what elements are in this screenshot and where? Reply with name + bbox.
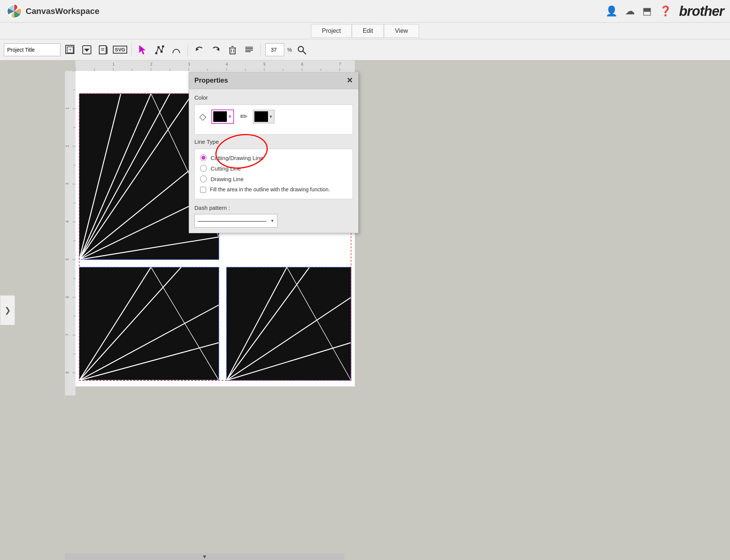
svg-rect-53 xyxy=(65,71,75,395)
fill-color-swatch-button[interactable]: ▼ xyxy=(211,109,234,124)
fill-color-icon[interactable]: ◇ xyxy=(199,111,206,122)
node-edit-icon xyxy=(155,45,165,55)
svg-point-16 xyxy=(162,45,164,48)
fill-area-checkbox[interactable] xyxy=(200,187,206,193)
text-button[interactable] xyxy=(242,43,256,57)
cutting-line-option[interactable]: Cutting Line xyxy=(200,165,347,172)
select-tool-button[interactable] xyxy=(136,43,150,57)
menu-project[interactable]: Project xyxy=(311,24,352,38)
svg-text:5: 5 xyxy=(65,258,69,260)
user-icon[interactable]: 👤 xyxy=(605,5,618,17)
drawing-line-option[interactable]: Drawing Line xyxy=(200,175,347,182)
fill-area-checkbox-row[interactable]: Fill the area in the outline with the dr… xyxy=(200,186,347,194)
toolbar-separator-2 xyxy=(188,44,188,56)
zoom-input[interactable] xyxy=(265,43,284,56)
svg-text:4: 4 xyxy=(65,220,69,223)
svg-rect-90 xyxy=(79,267,219,380)
cutting-line-radio[interactable] xyxy=(200,165,207,172)
zoom-percent-label: % xyxy=(287,47,292,53)
save-button[interactable] xyxy=(80,43,94,57)
svg-marker-12 xyxy=(139,45,145,54)
svg-text:3: 3 xyxy=(188,62,190,66)
import-button[interactable] xyxy=(97,43,110,57)
app-name-label: CanvasWorkspace xyxy=(26,6,99,16)
cutting-drawing-line-option[interactable]: Cutting/Drawing Line xyxy=(200,154,347,161)
save-icon xyxy=(82,45,92,55)
color-row: ◇ ▼ ✏ ▼ xyxy=(199,109,348,124)
zoom-icon xyxy=(297,45,306,55)
svg-text:7: 7 xyxy=(65,334,69,336)
dash-pattern-select[interactable]: ————————————— - - - - - - - · · · · · · … xyxy=(194,214,277,228)
undo-icon xyxy=(194,45,204,55)
arrow-select-icon xyxy=(138,45,148,55)
add-canvas-button[interactable]: + xyxy=(63,43,77,57)
color-section-label: Color xyxy=(194,94,353,101)
scroll-down-arrow-icon[interactable]: ▼ xyxy=(202,554,207,560)
stroke-color-swatch-button[interactable]: ▼ xyxy=(253,110,274,123)
brother-brand-logo: brother xyxy=(679,3,724,19)
cutting-line-label: Cutting Line xyxy=(211,165,241,172)
cloud-icon[interactable]: ☁ xyxy=(625,5,635,17)
fill-color-dropdown-arrow: ▼ xyxy=(228,114,232,119)
undo-button[interactable] xyxy=(193,43,206,57)
svg-rect-8 xyxy=(99,46,106,54)
add-canvas-icon: + xyxy=(65,45,75,55)
svg-text:7: 7 xyxy=(339,62,341,66)
cutting-drawing-line-radio[interactable] xyxy=(200,154,207,161)
sidebar-toggle-button[interactable]: ❯ xyxy=(0,295,15,325)
properties-panel-body: Color ◇ ▼ ✏ ▼ xyxy=(189,89,358,233)
svg-point-28 xyxy=(298,46,303,52)
top-right-icons: 👤 ☁ ⬒ ❓ brother xyxy=(605,3,724,19)
cutting-drawing-line-label: Cutting/Drawing Line xyxy=(211,155,263,161)
drawing-line-radio[interactable] xyxy=(200,175,207,182)
properties-panel: Properties ✕ Color ◇ ▼ ✏ xyxy=(189,72,359,233)
svg-text:6: 6 xyxy=(65,296,69,298)
text-icon xyxy=(244,45,254,55)
stroke-color-dropdown-arrow: ▼ xyxy=(269,114,273,119)
help-icon[interactable]: ❓ xyxy=(659,5,671,17)
menu-view[interactable]: View xyxy=(384,24,419,38)
stroke-color-swatch xyxy=(254,111,268,122)
toolbar: + SVG xyxy=(0,39,730,60)
svg-text:+: + xyxy=(69,47,71,52)
svg-text:1: 1 xyxy=(65,107,69,109)
delete-button[interactable] xyxy=(226,43,239,57)
delete-icon xyxy=(228,45,237,55)
svg-marker-7 xyxy=(84,49,89,52)
dash-pattern-label: Dash pattern : xyxy=(194,205,353,211)
artboard-scrollbar[interactable]: ▼ xyxy=(65,553,344,560)
fill-color-swatch xyxy=(213,111,227,122)
bezier-icon xyxy=(171,45,181,55)
canvas-workspace-logo-icon xyxy=(6,3,23,20)
svg-point-14 xyxy=(157,46,160,48)
stroke-color-icon[interactable]: ✏ xyxy=(240,111,248,122)
svg-text:4: 4 xyxy=(226,62,228,66)
svg-export-button[interactable]: SVG xyxy=(113,43,127,57)
svg-line-29 xyxy=(303,51,306,54)
svg-text:2: 2 xyxy=(65,145,69,147)
dash-pattern-wrapper: ————————————— - - - - - - - · · · · · · … xyxy=(194,214,277,228)
svg-rect-98 xyxy=(226,267,351,380)
svg-label: SVG xyxy=(113,46,127,54)
bezier-button[interactable] xyxy=(169,43,183,57)
line-type-section-label: Line Type xyxy=(194,138,353,145)
export-icon[interactable]: ⬒ xyxy=(642,5,652,17)
svg-text:1: 1 xyxy=(112,62,115,66)
redo-button[interactable] xyxy=(209,43,223,57)
node-edit-button[interactable] xyxy=(153,43,166,57)
canvas-area[interactable]: ❯ 1 2 3 xyxy=(0,60,730,560)
toolbar-separator-1 xyxy=(131,44,132,56)
properties-close-button[interactable]: ✕ xyxy=(347,76,353,85)
svg-rect-30 xyxy=(75,60,355,71)
line-type-section: Cutting/Drawing Line Cutting Line Drawin… xyxy=(194,149,353,199)
menu-edit[interactable]: Edit xyxy=(352,24,384,38)
fill-area-label: Fill the area in the outline with the dr… xyxy=(210,186,330,194)
dash-pattern-section: Dash pattern : ————————————— - - - - - -… xyxy=(194,205,353,228)
project-title-input[interactable] xyxy=(4,43,60,56)
toolbar-separator-3 xyxy=(260,44,261,56)
ruler-left: 1 2 3 4 5 6 7 8 xyxy=(65,71,75,395)
svg-point-15 xyxy=(160,51,163,53)
svg-text:6: 6 xyxy=(301,62,303,66)
zoom-search-button[interactable] xyxy=(295,43,308,57)
properties-panel-header: Properties ✕ xyxy=(189,72,358,89)
